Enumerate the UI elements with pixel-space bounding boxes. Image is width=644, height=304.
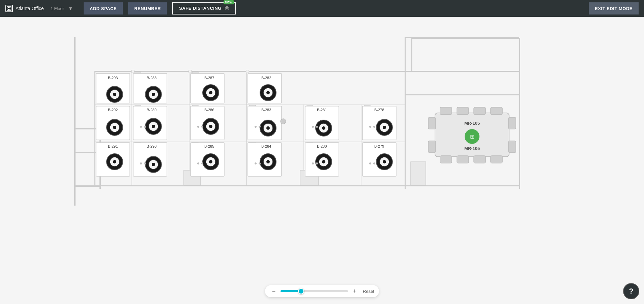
svg-rect-36	[440, 156, 452, 163]
svg-point-124	[152, 163, 155, 166]
floor-label: 1 Floor	[51, 6, 64, 11]
svg-point-164	[312, 126, 314, 128]
svg-text:B-291: B-291	[108, 144, 118, 148]
desk-b288[interactable]: B-288	[133, 73, 167, 103]
svg-point-68	[113, 93, 116, 96]
svg-text:B-293: B-293	[108, 76, 118, 80]
svg-point-149	[201, 126, 203, 128]
svg-text:B-280: B-280	[317, 144, 327, 148]
svg-rect-26	[405, 37, 406, 189]
safe-distancing-button[interactable]: SAFE DISTANCING ⓪ NEW	[172, 2, 236, 14]
svg-text:B-288: B-288	[147, 76, 156, 80]
desk-b279[interactable]: B-279	[362, 143, 396, 176]
header-bar: Atlanta Office 1 Floor ▼ ADD SPACE RENUM…	[0, 0, 644, 17]
svg-rect-40	[428, 117, 436, 129]
svg-point-165	[316, 126, 318, 128]
svg-rect-20	[246, 71, 247, 185]
floor-dropdown-arrow[interactable]: ▼	[68, 6, 73, 11]
svg-point-146	[140, 126, 142, 128]
svg-point-93	[152, 125, 155, 128]
desk-b293[interactable]: B-293	[96, 73, 130, 103]
svg-rect-37	[457, 156, 469, 163]
svg-rect-32	[440, 107, 452, 115]
desk-b291[interactable]: B-291	[96, 143, 130, 176]
desk-b283[interactable]: B-283	[248, 106, 286, 140]
svg-point-78	[209, 91, 212, 94]
svg-point-163	[373, 162, 375, 164]
svg-rect-27	[519, 94, 520, 189]
exit-edit-mode-button[interactable]: EXIT EDIT MODE	[589, 2, 639, 14]
svg-rect-14	[94, 71, 95, 185]
zoom-reset-button[interactable]: Reset	[363, 289, 374, 294]
desk-b284[interactable]: B-284	[248, 143, 282, 176]
svg-point-150	[255, 126, 257, 128]
svg-point-109	[322, 126, 325, 130]
desk-b287[interactable]: B-287	[191, 73, 224, 103]
zoom-slider-track[interactable]	[281, 290, 348, 292]
svg-rect-22	[361, 104, 361, 185]
help-icon: ?	[629, 287, 633, 296]
svg-rect-4	[9, 9, 10, 10]
meeting-room-label-top: MR-105	[464, 121, 480, 126]
desk-b281[interactable]: B-281	[305, 106, 339, 140]
svg-rect-19	[189, 71, 189, 185]
zoom-slider-fill	[281, 290, 301, 292]
svg-text:B-285: B-285	[204, 144, 214, 148]
svg-text:⊞: ⊞	[470, 134, 474, 140]
svg-rect-9	[74, 128, 76, 189]
svg-point-153	[144, 162, 146, 164]
svg-rect-35	[491, 107, 502, 115]
svg-point-134	[266, 160, 270, 163]
zoom-in-button[interactable]: +	[351, 287, 359, 295]
svg-point-158	[312, 162, 314, 164]
svg-text:B-290: B-290	[147, 144, 156, 148]
svg-point-73	[152, 93, 155, 96]
svg-point-98	[209, 125, 212, 128]
svg-rect-33	[457, 107, 469, 115]
zoom-controls: − + Reset	[265, 285, 379, 297]
svg-point-157	[259, 162, 261, 164]
svg-rect-63	[411, 38, 519, 39]
svg-point-160	[369, 126, 371, 128]
desk-b290[interactable]: B-290	[133, 143, 167, 176]
safe-distancing-label: SAFE DISTANCING	[179, 6, 222, 11]
svg-rect-60	[411, 162, 426, 185]
svg-point-114	[383, 126, 386, 129]
svg-rect-18	[131, 71, 132, 185]
svg-point-154	[197, 162, 199, 164]
svg-text:B-292: B-292	[108, 108, 118, 112]
meeting-room-label-bottom: MR-105	[464, 146, 480, 151]
svg-rect-61	[411, 38, 412, 71]
help-button[interactable]: ?	[623, 283, 639, 299]
svg-point-152	[140, 162, 142, 164]
svg-point-156	[255, 162, 257, 164]
svg-text:B-284: B-284	[261, 144, 271, 148]
desk-b292[interactable]: B-292	[96, 106, 130, 140]
svg-point-151	[259, 126, 261, 128]
svg-point-104	[281, 119, 286, 124]
desk-b280[interactable]: B-280	[305, 143, 339, 176]
add-space-button[interactable]: ADD SPACE	[84, 2, 123, 14]
svg-point-144	[383, 160, 386, 163]
svg-rect-43	[508, 141, 516, 153]
svg-point-148	[197, 126, 199, 128]
svg-text:B-278: B-278	[374, 108, 384, 112]
desk-b285[interactable]: B-285	[191, 143, 224, 176]
svg-point-162	[369, 162, 371, 164]
svg-rect-0	[7, 6, 11, 10]
svg-text:B-286: B-286	[204, 108, 214, 112]
desk-b289[interactable]: B-289	[133, 106, 167, 140]
zoom-slider-thumb[interactable]	[298, 288, 304, 294]
svg-rect-2	[9, 7, 10, 8]
office-icon	[5, 5, 13, 12]
renumber-button[interactable]: RENUMBER	[128, 2, 167, 14]
svg-rect-62	[519, 38, 520, 97]
svg-rect-25	[246, 70, 249, 73]
new-badge: NEW	[224, 0, 234, 4]
zoom-out-button[interactable]: −	[270, 287, 278, 295]
desk-b278[interactable]: B-278	[362, 106, 396, 140]
svg-rect-38	[474, 156, 486, 163]
desk-b286[interactable]: B-286	[191, 106, 224, 140]
desk-b282[interactable]: B-282	[248, 73, 282, 103]
svg-text:B-283: B-283	[261, 108, 271, 112]
